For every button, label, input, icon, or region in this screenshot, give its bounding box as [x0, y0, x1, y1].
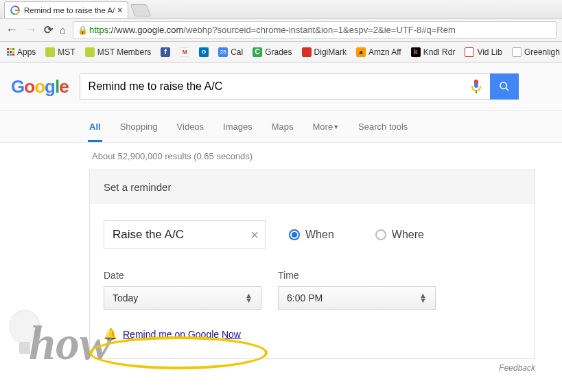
- reminder-input-wrap: ×: [104, 220, 266, 249]
- grades-icon: C: [253, 47, 262, 57]
- select-caret-icon: ▲▼: [419, 293, 427, 303]
- time-select[interactable]: 6:00 PM ▲▼: [278, 286, 436, 310]
- reminder-text-input[interactable]: [104, 220, 266, 249]
- home-button[interactable]: ⌂: [60, 24, 66, 36]
- search-icon: [499, 81, 510, 92]
- apps-button[interactable]: Apps: [7, 47, 36, 57]
- back-button[interactable]: ←: [5, 23, 18, 37]
- favicon: [302, 47, 312, 57]
- google-logo[interactable]: Google: [11, 76, 69, 108]
- kindle-icon: k: [411, 47, 421, 57]
- datetime-row: Date Today ▲▼ Time 6:00 PM ▲▼: [104, 270, 521, 310]
- close-icon[interactable]: ×: [117, 5, 122, 15]
- bookmark-label: MST: [58, 47, 75, 57]
- bookmark-label: Cal: [231, 47, 243, 57]
- bell-icon: 🔔: [104, 327, 117, 341]
- radio-icon-selected: [289, 229, 300, 240]
- fb-icon: f: [161, 47, 170, 57]
- bookmark-item[interactable]: MST: [45, 47, 75, 57]
- bookmark-item[interactable]: MST Members: [85, 47, 151, 57]
- tab-search-tools[interactable]: Search tools: [358, 111, 408, 142]
- bookmark-item[interactable]: f: [161, 47, 170, 57]
- bookmark-item[interactable]: Vid Lib: [465, 47, 502, 57]
- search-tabs: All Shopping Videos Images Maps More ▼ S…: [0, 111, 562, 143]
- radio-icon: [375, 229, 386, 240]
- chevron-down-icon: ▼: [333, 124, 339, 130]
- svg-point-7: [10, 310, 40, 343]
- bookmark-label: Greenligh: [524, 47, 560, 57]
- date-value: Today: [113, 292, 138, 303]
- gmail-icon: M: [180, 47, 189, 57]
- svg-line-6: [506, 88, 508, 91]
- date-select[interactable]: Today ▲▼: [104, 286, 261, 310]
- remind-link[interactable]: Remind me on Google Now: [123, 329, 241, 340]
- bookmark-item[interactable]: M: [180, 47, 189, 57]
- bookmark-item[interactable]: Greenligh: [512, 47, 560, 57]
- google-favicon: [10, 5, 20, 15]
- radio-where[interactable]: Where: [375, 229, 424, 241]
- radio-group: When Where: [289, 229, 424, 241]
- bookmark-label: Kndl Rdr: [423, 47, 456, 57]
- bookmark-item[interactable]: CGrades: [253, 47, 292, 57]
- watermark-bulb-icon: [5, 309, 44, 364]
- tab-all[interactable]: All: [89, 111, 101, 142]
- mic-icon[interactable]: [471, 79, 482, 94]
- bookmark-item[interactable]: aAmzn Aff: [356, 47, 401, 57]
- date-col: Date Today ▲▼: [104, 270, 261, 310]
- favicon: [85, 47, 95, 57]
- bookmark-label: Vid Lib: [477, 47, 502, 57]
- search-wrap: [80, 73, 519, 111]
- time-value: 6:00 PM: [287, 292, 323, 303]
- url-bar[interactable]: 🔒 https://www.google.com/webhp?sourceid=…: [73, 21, 557, 39]
- bookmark-label: MST Members: [97, 47, 151, 57]
- card-body: × When Where Date Today ▲▼ Time 6:00 PM …: [90, 204, 535, 358]
- bookmark-item[interactable]: 28Cal: [218, 47, 243, 57]
- result-stats: About 52,900,000 results (0.65 seconds): [0, 143, 562, 170]
- url-scheme: https: [89, 25, 108, 35]
- bookmark-label: Grades: [265, 47, 292, 57]
- select-caret-icon: ▲▼: [245, 293, 253, 303]
- tab-videos[interactable]: Videos: [177, 111, 204, 142]
- browser-tab-bar: Remind me to raise the A/ ×: [0, 0, 562, 19]
- lock-icon: 🔒: [78, 25, 88, 35]
- new-tab-button[interactable]: [130, 4, 152, 16]
- reminder-row: × When Where: [104, 220, 521, 249]
- svg-point-5: [500, 82, 506, 89]
- reminder-card: Set a reminder × When Where Date Today ▲…: [89, 170, 535, 359]
- browser-toolbar: ← → ⟳ ⌂ 🔒 https://www.google.com/webhp?s…: [0, 19, 562, 42]
- favicon: [45, 47, 55, 57]
- search-button[interactable]: [490, 73, 519, 100]
- reload-button[interactable]: ⟳: [44, 23, 53, 36]
- where-label: Where: [392, 229, 424, 241]
- bookmark-item[interactable]: O: [199, 47, 209, 57]
- bookmark-item[interactable]: kKndl Rdr: [411, 47, 456, 57]
- apps-icon: [7, 48, 14, 56]
- svg-rect-3: [474, 80, 478, 84]
- tab-more-label: More: [313, 122, 333, 132]
- bookmark-label: DigiMark: [314, 47, 347, 57]
- url-host: ://www.google.com: [108, 25, 183, 35]
- bookmarks-bar: Apps MST MST Members f M O 28Cal CGrades…: [0, 42, 562, 62]
- amzn-icon: a: [356, 47, 366, 57]
- forward-button[interactable]: →: [25, 23, 37, 37]
- bookmark-item[interactable]: DigiMark: [302, 47, 347, 57]
- remind-link-row: 🔔 Remind me on Google Now: [104, 310, 521, 347]
- vidlib-icon: [465, 47, 474, 57]
- search-input[interactable]: [89, 80, 471, 93]
- tab-shopping[interactable]: Shopping: [120, 111, 158, 142]
- card-title: Set a reminder: [90, 170, 535, 204]
- search-box: [80, 73, 490, 100]
- feedback-link[interactable]: Feedback: [0, 359, 535, 373]
- outlook-icon: O: [199, 47, 209, 57]
- radio-when[interactable]: When: [289, 229, 334, 241]
- tab-title: Remind me to raise the A/: [24, 6, 115, 14]
- google-header: Google: [0, 62, 562, 111]
- tab-maps[interactable]: Maps: [272, 111, 294, 142]
- clear-icon[interactable]: ×: [250, 227, 259, 243]
- tab-images[interactable]: Images: [223, 111, 253, 142]
- tab-more[interactable]: More ▼: [313, 111, 340, 142]
- time-col: Time 6:00 PM ▲▼: [278, 270, 436, 310]
- browser-tab[interactable]: Remind me to raise the A/ ×: [4, 1, 128, 18]
- date-label: Date: [104, 270, 261, 281]
- cal-icon: 28: [218, 47, 228, 57]
